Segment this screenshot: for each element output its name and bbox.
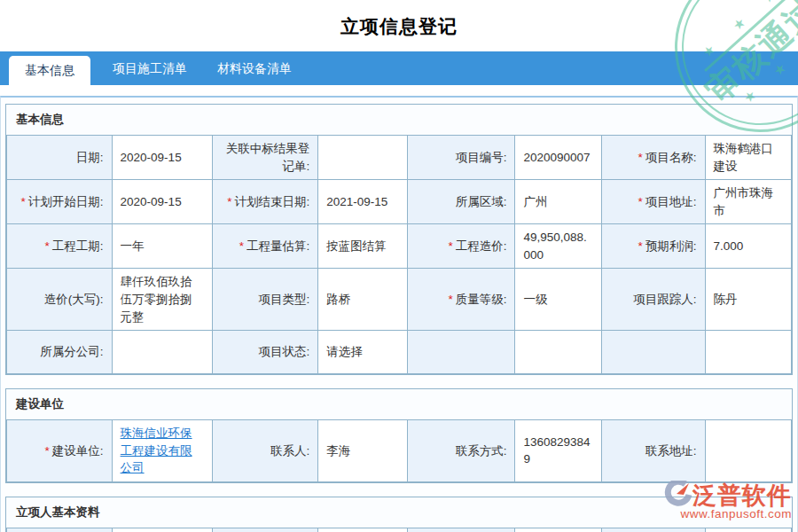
value-expected-profit: 7.000	[705, 224, 791, 269]
table-row: 造价(大写): 肆仟玖佰玖拾伍万零捌拾捌元整 项目类型: 路桥 *质量等级: 一…	[7, 269, 792, 331]
label-project-type: 项目类型:	[212, 269, 317, 331]
label-branch-company: 所属分公司:	[7, 331, 113, 374]
initiator-info-table: 立项人: 陈华健 部门: 项目部 *联系电话: 13404495803 所属机构…	[6, 528, 792, 532]
required-asterisk: *	[638, 151, 643, 164]
value-quantity-estimate: 按蓝图结算	[318, 224, 408, 269]
label-region: 所属区域:	[408, 180, 515, 224]
tab-bar: 基本信息 项目施工清单 材料设备清单	[0, 51, 798, 85]
label-empty-2	[601, 331, 705, 374]
value-plan-start-date: 2020-09-15	[112, 180, 212, 224]
label-cost-in-words: 造价(大写):	[7, 269, 113, 331]
tab-construction-list[interactable]: 项目施工清单	[98, 51, 202, 85]
label-project-address: *项目地址:	[601, 180, 705, 224]
construction-unit-link[interactable]: 珠海信业环保工程建设有限公司	[121, 426, 192, 474]
value-region: 广州	[515, 180, 601, 224]
value-project-address: 广州市珠海市	[705, 180, 791, 224]
label-contact-person: 联系人:	[212, 420, 317, 482]
value-project-number: 2020090007	[515, 136, 601, 180]
required-asterisk: *	[448, 293, 452, 306]
table-row: *计划开始日期: 2020-09-15 *计划结束日期: 2021-09-15 …	[7, 180, 792, 224]
section-basic-info: 基本信息 日期: 2020-09-15 关联中标结果登记单: 项目编号: 202…	[5, 104, 793, 375]
required-asterisk: *	[638, 239, 643, 253]
label-empty-1	[408, 331, 515, 374]
required-asterisk: *	[45, 444, 50, 458]
table-row: *工程工期: 一年 *工程量估算: 按蓝图结算 *工程造价: 49,950,08…	[7, 224, 792, 269]
basic-info-table: 日期: 2020-09-15 关联中标结果登记单: 项目编号: 20200900…	[6, 135, 792, 374]
value-contact-address	[705, 420, 791, 482]
label-plan-start-date: *计划开始日期:	[7, 180, 113, 224]
section-initiator-info: 立项人基本资料 立项人: 陈华健 部门: 项目部 *联系电话: 13404495…	[5, 497, 793, 532]
label-expected-profit: *预期利润:	[601, 224, 705, 269]
value-construction-unit: 珠海信业环保工程建设有限公司	[112, 420, 212, 482]
table-row: 立项人: 陈华健 部门: 项目部 *联系电话: 13404495803 所属机构…	[7, 528, 792, 532]
value-contact-way: 13608293849	[515, 420, 601, 482]
value-project-cost: 49,950,088.000	[515, 224, 601, 269]
value-project-tracker: 陈丹	[705, 269, 791, 331]
value-contact-person: 李海	[318, 420, 408, 482]
label-contact-phone: *联系电话:	[408, 528, 515, 532]
label-project-cost: *工程造价:	[408, 224, 515, 269]
construction-unit-table: *建设单位: 珠海信业环保工程建设有限公司 联系人: 李海 联系方式: 1360…	[6, 419, 792, 482]
section-construction-unit-title: 建设单位	[6, 389, 792, 419]
label-organization: 所属机构:	[601, 528, 705, 532]
section-basic-info-title: 基本信息	[6, 105, 792, 135]
page-title: 立项信息登记	[0, 0, 798, 51]
value-department: 项目部	[318, 528, 408, 532]
required-asterisk: *	[227, 195, 231, 208]
label-construction-period: *工程工期:	[7, 224, 113, 269]
value-project-type: 路桥	[318, 269, 408, 331]
value-empty-1	[515, 331, 601, 374]
value-cost-in-words: 肆仟玖佰玖拾伍万零捌拾捌元整	[112, 269, 212, 331]
label-quality-grade: *质量等级:	[408, 269, 515, 331]
required-asterisk: *	[638, 195, 643, 208]
value-empty-2	[705, 331, 791, 374]
label-construction-unit: *建设单位:	[7, 420, 113, 482]
tab-material-equipment-list[interactable]: 材料设备清单	[202, 51, 307, 85]
label-plan-end-date: *计划结束日期:	[212, 180, 317, 224]
label-project-tracker: 项目跟踪人:	[601, 269, 705, 331]
value-contact-phone: 13404495803	[515, 528, 601, 532]
label-initiator: 立项人:	[7, 528, 113, 532]
label-project-status: 项目状态:	[212, 331, 317, 374]
section-initiator-info-title: 立项人基本资料	[6, 497, 792, 528]
value-related-bid-result	[318, 136, 408, 180]
value-date: 2020-09-15	[112, 136, 212, 180]
value-project-status-select[interactable]: 请选择	[318, 331, 408, 374]
table-row: 所属分公司: 项目状态: 请选择	[7, 331, 792, 374]
value-plan-end-date: 2021-09-15	[318, 180, 408, 224]
required-asterisk: *	[448, 239, 452, 253]
form-content: 基本信息 日期: 2020-09-15 关联中标结果登记单: 项目编号: 202…	[0, 96, 798, 532]
table-row: *建设单位: 珠海信业环保工程建设有限公司 联系人: 李海 联系方式: 1360…	[7, 420, 792, 482]
value-organization	[705, 528, 791, 532]
value-construction-period: 一年	[112, 224, 212, 269]
label-project-number: 项目编号:	[408, 136, 515, 180]
label-department: 部门:	[212, 528, 317, 532]
value-branch-company	[112, 331, 212, 374]
label-project-name: *项目名称:	[601, 136, 705, 180]
label-contact-address: 联系地址:	[601, 420, 705, 482]
value-quality-grade: 一级	[515, 269, 601, 331]
section-construction-unit: 建设单位 *建设单位: 珠海信业环保工程建设有限公司 联系人: 李海 联系方式:…	[5, 388, 793, 483]
required-asterisk: *	[239, 239, 244, 253]
table-row: 日期: 2020-09-15 关联中标结果登记单: 项目编号: 20200900…	[7, 136, 792, 180]
required-asterisk: *	[21, 195, 26, 208]
label-contact-way: 联系方式:	[408, 420, 515, 482]
value-project-name: 珠海鹤港口建设	[705, 136, 791, 180]
required-asterisk: *	[45, 239, 50, 253]
label-date: 日期:	[7, 136, 113, 180]
label-quantity-estimate: *工程量估算:	[212, 224, 317, 269]
tab-basic-info[interactable]: 基本信息	[9, 56, 90, 85]
value-initiator: 陈华健	[112, 528, 212, 532]
label-related-bid-result: 关联中标结果登记单:	[212, 136, 317, 180]
